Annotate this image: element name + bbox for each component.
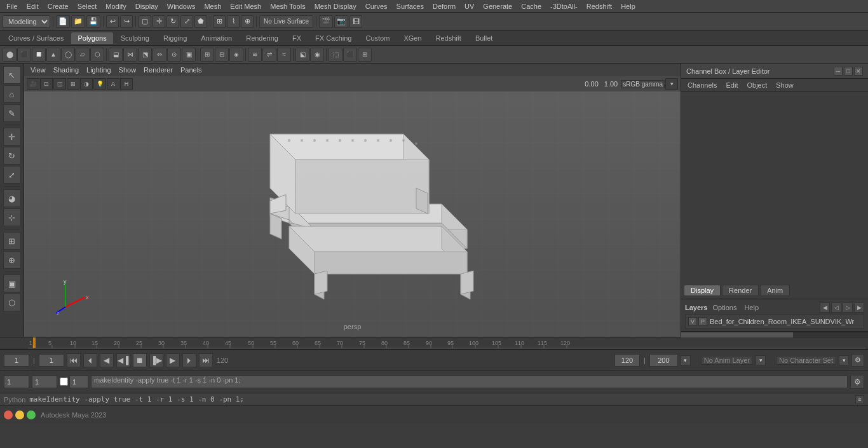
snap-grid-btn[interactable]: ⊞ bbox=[213, 15, 226, 28]
undo-btn[interactable]: ↩ bbox=[106, 15, 119, 28]
menu-meshdisplay[interactable]: Mesh Display bbox=[311, 2, 360, 11]
range-start-field[interactable] bbox=[39, 354, 64, 367]
torus-icon-btn[interactable]: ◯ bbox=[61, 48, 75, 62]
render-seq-btn[interactable]: 🎞 bbox=[349, 15, 362, 28]
soft-mod-tool[interactable]: ◕ bbox=[3, 189, 21, 207]
workspace-selector[interactable]: Modeling bbox=[3, 15, 50, 28]
boolean-btn[interactable]: ◈ bbox=[229, 48, 243, 62]
layers-scrollbar[interactable] bbox=[681, 332, 868, 337]
render-cam-btn[interactable]: 📷 bbox=[334, 15, 348, 28]
menu-meshtools[interactable]: Mesh Tools bbox=[266, 2, 309, 11]
tab-fxcaching[interactable]: FX Caching bbox=[309, 32, 358, 44]
prefs-btn[interactable]: ⚙ bbox=[851, 354, 864, 367]
cube-icon-btn[interactable]: ⬛ bbox=[17, 48, 31, 62]
tab-xgen[interactable]: XGen bbox=[397, 32, 428, 44]
bevel-btn[interactable]: ⬔ bbox=[138, 48, 152, 62]
smooth-btn[interactable]: ≋ bbox=[248, 48, 262, 62]
vp-menu-shading[interactable]: Shading bbox=[51, 65, 81, 74]
menu-display[interactable]: Display bbox=[132, 2, 162, 11]
char-set-dropdown[interactable]: ▾ bbox=[839, 355, 849, 365]
timeline-ruler[interactable]: 1 5 10 15 20 25 30 35 40 45 50 55 60 65 … bbox=[0, 337, 868, 350]
menu-editmesh[interactable]: Edit Mesh bbox=[226, 2, 265, 11]
select-btn[interactable]: ▢ bbox=[139, 15, 151, 28]
layer-playback[interactable]: P bbox=[698, 317, 707, 326]
go-start-btn[interactable]: ⏮ bbox=[67, 353, 81, 367]
vp-hud-btn[interactable]: H bbox=[120, 78, 133, 90]
menu-modify[interactable]: Modify bbox=[102, 2, 130, 11]
menu-mesh[interactable]: Mesh bbox=[200, 2, 225, 11]
menu-generate[interactable]: Generate bbox=[479, 2, 516, 11]
layer-prev-btn[interactable]: ◁ bbox=[831, 302, 841, 313]
menu-windows[interactable]: Windows bbox=[163, 2, 200, 11]
panel-close-btn[interactable]: ✕ bbox=[854, 67, 863, 76]
layers-help[interactable]: Help bbox=[742, 303, 761, 312]
render-region[interactable]: ▣ bbox=[3, 275, 21, 292]
vp-menu-lighting[interactable]: Lighting bbox=[84, 65, 114, 74]
status-settings-btn[interactable]: ⚙ bbox=[850, 375, 864, 389]
save-btn[interactable]: 💾 bbox=[86, 15, 100, 28]
rotate-btn[interactable]: ↻ bbox=[166, 15, 179, 28]
win-close-btn[interactable] bbox=[4, 411, 13, 419]
new-scene-btn[interactable]: 📄 bbox=[56, 15, 70, 28]
tab-rendering[interactable]: Rendering bbox=[240, 32, 285, 44]
menu-select[interactable]: Select bbox=[74, 2, 101, 11]
range-dropdown[interactable]: ▾ bbox=[681, 355, 691, 365]
next-frame-btn[interactable]: ⏵ bbox=[182, 353, 196, 367]
viewport[interactable]: View Shading Lighting Show Renderer Pane… bbox=[24, 64, 681, 337]
quick-sel-btn[interactable]: ⬡ bbox=[3, 294, 21, 311]
layers-scroll-thumb[interactable] bbox=[681, 332, 793, 337]
layer-down-btn[interactable]: ▶ bbox=[854, 302, 864, 313]
render-btn[interactable]: 🎬 bbox=[319, 15, 333, 28]
vp-light-btn[interactable]: 💡 bbox=[93, 78, 106, 90]
vp-menu-view[interactable]: View bbox=[28, 65, 48, 74]
menu-create[interactable]: Create bbox=[44, 2, 72, 11]
move-btn[interactable]: ✛ bbox=[153, 15, 165, 28]
vp-menu-renderer[interactable]: Renderer bbox=[141, 65, 175, 74]
fill-hole-btn[interactable]: ▣ bbox=[182, 48, 196, 62]
play-forward-btn[interactable]: ▐▶ bbox=[149, 353, 163, 367]
vp-grid-btn[interactable]: ⊞ bbox=[67, 78, 79, 90]
cb-object[interactable]: Object bbox=[744, 81, 770, 90]
anim-tab-btn[interactable]: Anim bbox=[760, 285, 790, 296]
tab-animation[interactable]: Animation bbox=[194, 32, 238, 44]
color-space-dropdown[interactable]: ▾ bbox=[665, 78, 678, 90]
tab-fx[interactable]: FX bbox=[286, 32, 308, 44]
lasso-tool[interactable]: ⌂ bbox=[3, 85, 21, 103]
status-field2[interactable] bbox=[32, 376, 57, 388]
uv-unwrap-btn[interactable]: ⬛ bbox=[343, 48, 357, 62]
snap-point-btn[interactable]: ⊕ bbox=[241, 15, 254, 28]
cone-icon-btn[interactable]: ▲ bbox=[46, 48, 60, 62]
play-back-btn[interactable]: ◀▐ bbox=[116, 353, 130, 367]
uv-layout-btn[interactable]: ⊞ bbox=[358, 48, 372, 62]
conform-btn[interactable]: ≈ bbox=[277, 48, 291, 62]
merge-btn[interactable]: ⇔ bbox=[153, 48, 166, 62]
next-key-btn[interactable]: ▶ bbox=[166, 353, 180, 367]
tab-curves-surfaces[interactable]: Curves / Surfaces bbox=[2, 32, 70, 44]
prev-key-btn[interactable]: ◀ bbox=[100, 353, 114, 367]
layer-visibility[interactable]: V bbox=[688, 317, 697, 326]
layer-row[interactable]: V P Bed_for_Children_Room_IKEA_SUNDVIK_W… bbox=[685, 315, 864, 329]
menu-edit[interactable]: Edit bbox=[23, 2, 43, 11]
open-btn[interactable]: 📁 bbox=[71, 15, 85, 28]
python-expand-btn[interactable]: ≡ bbox=[855, 395, 864, 404]
scale-tool[interactable]: ⤢ bbox=[3, 166, 21, 184]
menu-uv[interactable]: UV bbox=[461, 2, 478, 11]
menu-deform[interactable]: Deform bbox=[429, 2, 459, 11]
range-end-field[interactable] bbox=[614, 354, 640, 367]
last-tool-btn[interactable]: ⬟ bbox=[194, 15, 207, 28]
vp-cam-btn[interactable]: 🎥 bbox=[27, 78, 39, 90]
layer-next-btn[interactable]: ▷ bbox=[843, 302, 853, 313]
menu-3dtall[interactable]: -3DtoAll- bbox=[546, 2, 581, 11]
cylinder-icon-btn[interactable]: 🔲 bbox=[32, 48, 46, 62]
combine-btn[interactable]: ⊞ bbox=[200, 48, 214, 62]
status-checkbox[interactable] bbox=[60, 377, 68, 386]
disk-icon-btn[interactable]: ⬡ bbox=[90, 48, 104, 62]
panel-expand-btn[interactable]: □ bbox=[844, 67, 853, 76]
status-field3[interactable] bbox=[69, 376, 88, 388]
sphere-icon-btn[interactable]: ⬤ bbox=[3, 48, 17, 62]
prev-frame-btn[interactable]: ⏴ bbox=[83, 353, 97, 367]
layer-up-btn[interactable]: ◀ bbox=[820, 302, 830, 313]
menu-surfaces[interactable]: Surfaces bbox=[393, 2, 428, 11]
separate-btn[interactable]: ⊟ bbox=[215, 48, 229, 62]
win-min-btn[interactable] bbox=[15, 411, 24, 419]
